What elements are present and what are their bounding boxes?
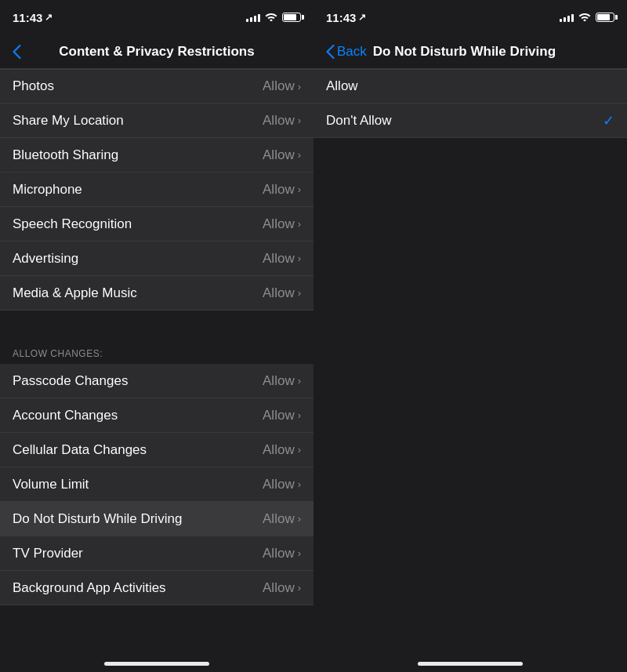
wifi-icon [265, 12, 277, 24]
right-back-button[interactable]: Back [326, 44, 367, 60]
left-changes-section: ALLOW CHANGES: Passcode Changes Allow › … [0, 339, 314, 605]
left-status-bar: 11:43 ↗ [0, 0, 314, 35]
right-status-time: 11:43 ↗ [326, 11, 366, 24]
chevron-icon: › [298, 81, 301, 93]
list-item[interactable]: Share My Location Allow › [0, 104, 314, 138]
list-item[interactable]: Advertising Allow › [0, 242, 314, 276]
left-panel: 11:43 ↗ Content & Privacy Restrictions [0, 0, 314, 672]
chevron-icon: › [298, 375, 301, 387]
signal-icon [560, 13, 574, 22]
section-gap [0, 311, 314, 339]
chevron-icon: › [298, 582, 301, 594]
chevron-icon: › [298, 444, 301, 456]
list-item[interactable]: Passcode Changes Allow › [0, 364, 314, 398]
right-panel: 11:43 ↗ Back Do Not Disturb While Drivin… [314, 0, 627, 672]
wifi-icon [578, 12, 591, 24]
option-allow[interactable]: Allow [314, 69, 627, 104]
chevron-icon: › [298, 478, 301, 490]
signal-icon [246, 13, 260, 22]
chevron-icon: › [298, 252, 301, 264]
right-status-icons [560, 12, 614, 24]
list-item[interactable]: Volume Limit Allow › [0, 467, 314, 502]
list-item[interactable]: Account Changes Allow › [0, 398, 314, 433]
checkmark-icon: ✓ [603, 112, 614, 129]
left-top-section: Photos Allow › Share My Location Allow ›… [0, 69, 314, 311]
home-bar [104, 662, 209, 666]
battery-icon [282, 13, 301, 22]
chevron-icon: › [298, 114, 301, 126]
list-item[interactable]: Microphone Allow › [0, 173, 314, 207]
left-status-icons [246, 12, 301, 24]
battery-icon [596, 13, 614, 22]
section-header: ALLOW CHANGES: [0, 339, 314, 364]
left-back-button[interactable] [13, 45, 21, 59]
right-nav-title: Do Not Disturb While Driving [373, 44, 556, 60]
right-status-bar: 11:43 ↗ [314, 0, 627, 35]
chevron-icon: › [298, 149, 301, 161]
chevron-icon: › [298, 287, 301, 299]
chevron-icon: › [298, 547, 301, 559]
chevron-icon: › [298, 409, 301, 421]
home-bar [418, 662, 523, 666]
list-item[interactable]: Cellular Data Changes Allow › [0, 433, 314, 467]
right-nav-bar: Back Do Not Disturb While Driving [314, 35, 627, 69]
list-item[interactable]: Speech Recognition Allow › [0, 207, 314, 242]
right-home-indicator [314, 645, 627, 672]
chevron-icon: › [298, 218, 301, 230]
location-arrow-icon: ↗ [45, 12, 53, 23]
option-list: Allow Don't Allow ✓ [314, 69, 627, 138]
list-item[interactable]: Bluetooth Sharing Allow › [0, 138, 314, 173]
chevron-icon: › [298, 513, 301, 525]
left-home-indicator [0, 645, 314, 672]
location-arrow-icon: ↗ [358, 12, 366, 23]
left-status-time: 11:43 ↗ [13, 11, 53, 24]
left-nav-title: Content & Privacy Restrictions [59, 44, 254, 60]
chevron-icon: › [298, 183, 301, 195]
list-item[interactable]: Photos Allow › [0, 69, 314, 104]
left-nav-bar: Content & Privacy Restrictions [0, 35, 314, 69]
list-item[interactable]: Background App Activities Allow › [0, 571, 314, 605]
left-settings-list: Photos Allow › Share My Location Allow ›… [0, 69, 314, 645]
list-item-do-not-disturb[interactable]: Do Not Disturb While Driving Allow › [0, 502, 314, 536]
option-dont-allow[interactable]: Don't Allow ✓ [314, 104, 627, 138]
right-empty-content [314, 138, 627, 645]
list-item[interactable]: TV Provider Allow › [0, 536, 314, 571]
list-item[interactable]: Media & Apple Music Allow › [0, 276, 314, 311]
